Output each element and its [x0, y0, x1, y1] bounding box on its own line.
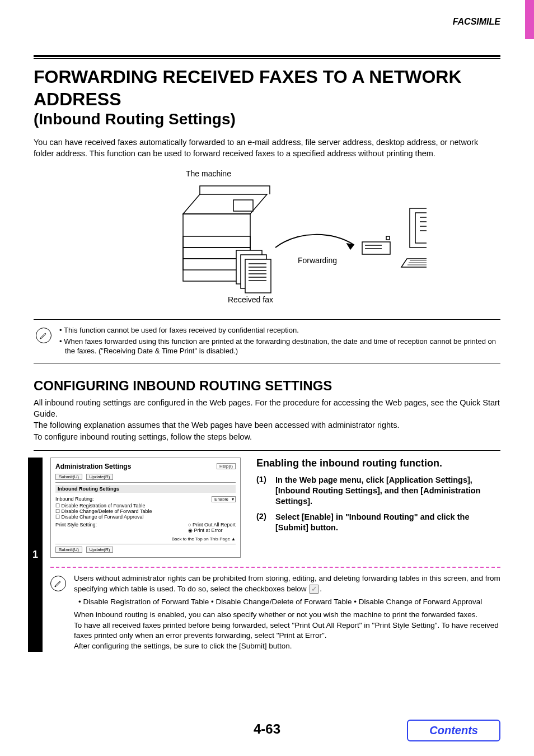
substep-text: Select [Enable] in "Inbound Routing" and…: [275, 512, 500, 533]
field-label: Inbound Routing:: [55, 496, 94, 502]
config-intro: To configure inbound routing settings, f…: [34, 431, 500, 442]
config-intro: All inbound routing settings are configu…: [34, 397, 500, 420]
note-item: When faxes forwarded using this function…: [59, 337, 498, 356]
panel-title: Administration Settings: [55, 463, 131, 470]
checkbox-icon: [310, 585, 318, 594]
diagram-caption-forward: Forwarding: [298, 256, 337, 265]
svg-rect-14: [362, 242, 390, 254]
checkbox-disable-change-delete[interactable]: Disable Change/Delete of Forward Table: [55, 508, 236, 514]
back-to-top-link[interactable]: Back to the Top on This Page ▲: [55, 536, 236, 542]
page-title: FORWARDING RECEIVED FAXES TO A NETWORK A…: [34, 66, 500, 110]
lower-note-text: To have all received faxes printed befor…: [74, 620, 500, 642]
note-icon: [36, 328, 51, 343]
diagram-svg: [107, 169, 427, 304]
radio-print-all[interactable]: Print Out All Report: [188, 522, 236, 528]
panel-section-bar: Inbound Routing Settings: [55, 485, 236, 493]
section-tab: [525, 0, 534, 39]
diagram-caption-machine: The machine: [186, 169, 231, 178]
submit-button[interactable]: Submit(U): [55, 474, 82, 480]
help-button[interactable]: Help(I): [217, 463, 236, 469]
update-button[interactable]: Update(R): [86, 474, 114, 480]
checkbox-disable-change-approval[interactable]: Disable Change of Forward Approval: [55, 514, 236, 520]
diagram-caption-received: Received fax: [228, 295, 273, 304]
section-heading: CONFIGURING INBOUND ROUTING SETTINGS: [34, 378, 500, 394]
submit-button[interactable]: Submit(U): [55, 547, 82, 553]
svg-rect-4: [233, 200, 253, 211]
substep-number: (2): [256, 512, 271, 533]
checkbox-disable-registration[interactable]: Disable Registration of Forward Table: [55, 503, 236, 508]
dashed-divider: [50, 567, 500, 568]
svg-rect-7: [245, 259, 271, 293]
substep-text: In the Web page menu, click [Application…: [275, 475, 500, 507]
intro-paragraph: You can have received faxes automaticall…: [34, 137, 500, 159]
note-item: This function cannot be used for faxes r…: [59, 325, 498, 335]
svg-rect-17: [386, 236, 390, 240]
step-number-badge: 1: [28, 458, 43, 652]
heading-rule-thick: [34, 55, 500, 57]
page-subtitle: (Inbound Routing Settings): [34, 110, 500, 128]
svg-rect-1: [183, 236, 250, 248]
web-settings-panel: Administration Settings Help(I) Submit(U…: [50, 458, 241, 558]
field-label: Print Style Setting:: [55, 522, 97, 533]
note-icon: [50, 576, 66, 591]
section-label: FACSIMILE: [34, 17, 500, 27]
lower-note-text: Users without administrator rights can b…: [74, 573, 500, 595]
pencil-icon: [39, 331, 48, 340]
note-box-top: This function cannot be used for faxes r…: [34, 319, 500, 363]
heading-rule-thin: [34, 58, 500, 59]
lower-note-text: When inbound routing is enabled, you can…: [74, 610, 500, 620]
update-button[interactable]: Update(R): [86, 547, 114, 553]
forwarding-diagram: The machine Forwarding Received fax: [107, 169, 427, 306]
step-divider: [34, 450, 500, 451]
radio-print-error[interactable]: Print at Error: [188, 528, 236, 533]
pencil-icon: [54, 579, 63, 588]
step-heading: Enabling the inbound routing function.: [256, 458, 500, 469]
lower-note-text: After configuring the settings, be sure …: [74, 641, 500, 652]
substep-number: (1): [256, 475, 271, 507]
enable-select[interactable]: Enable: [212, 496, 236, 502]
contents-button[interactable]: Contents: [407, 720, 500, 741]
config-intro: The following explanation assumes that t…: [34, 419, 500, 431]
lower-note-options: • Disable Registration of Forward Table …: [78, 597, 500, 608]
